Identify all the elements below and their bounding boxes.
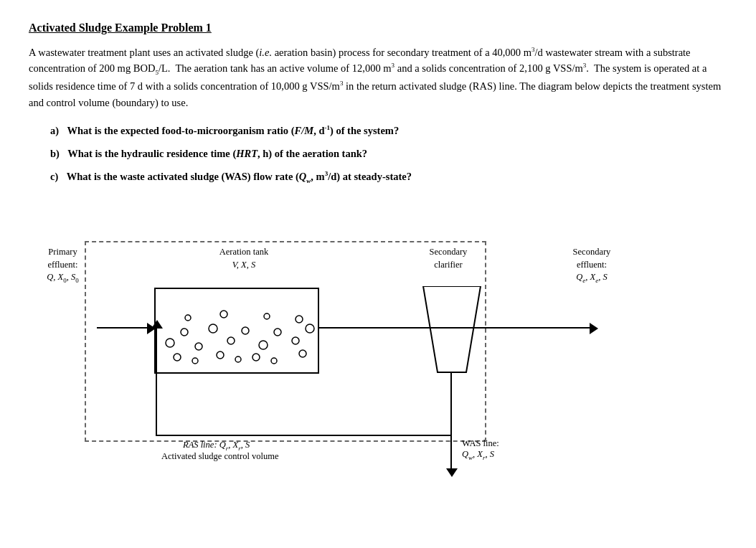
svg-point-9 [306, 324, 314, 333]
main-flow-arrow [590, 323, 598, 334]
ras-vertical-line [156, 327, 157, 436]
svg-marker-21 [423, 286, 481, 372]
svg-point-16 [299, 350, 306, 357]
svg-point-20 [296, 316, 303, 323]
aeration-tank-box [154, 288, 319, 374]
control-volume-label: Activated sludge control volume [161, 451, 279, 462]
svg-point-2 [195, 343, 202, 350]
page-title: Activated Sludge Example Problem 1 [29, 22, 727, 34]
svg-point-3 [209, 324, 217, 333]
svg-point-4 [227, 337, 235, 344]
clarifier-bottom-line [450, 372, 452, 436]
was-vertical-line [450, 435, 452, 471]
intro-text: A wastewater treatment plant uses an act… [29, 44, 727, 110]
was-label: WAS line:Qw, Xr, S [462, 438, 499, 461]
ras-horizontal-line [156, 435, 452, 436]
svg-point-6 [259, 341, 268, 349]
questions: a) What is the expected food-to-microorg… [50, 123, 727, 186]
svg-point-13 [235, 356, 241, 362]
svg-point-11 [192, 358, 198, 364]
svg-point-5 [242, 327, 249, 334]
question-a: a) What is the expected food-to-microorg… [50, 123, 727, 139]
aeration-entry-arrow [147, 323, 156, 334]
ras-label: RAS line: Qr, Xr, S [183, 440, 250, 452]
aeration-bubbles [156, 289, 319, 374]
svg-point-7 [274, 329, 281, 336]
svg-point-19 [264, 313, 270, 319]
was-arrow-down [446, 468, 458, 477]
svg-point-15 [271, 358, 277, 364]
svg-point-14 [252, 354, 260, 361]
diagram: Primaryeffluent:Q, X0, S0 Aeration tankV… [29, 202, 653, 488]
svg-point-12 [217, 351, 224, 359]
clarifier-svg [420, 286, 484, 376]
question-c: c) What is the waste activated sludge (W… [50, 169, 727, 186]
secondary-effluent-label: Secondaryeffluent:Qe, Xe, S [552, 246, 631, 285]
svg-point-10 [174, 354, 181, 361]
question-b: b) What is the hydraulic residence time … [50, 146, 727, 162]
svg-point-0 [166, 339, 174, 347]
svg-point-17 [185, 315, 191, 321]
svg-point-18 [220, 311, 227, 318]
svg-point-1 [181, 329, 188, 336]
svg-point-8 [292, 337, 299, 344]
